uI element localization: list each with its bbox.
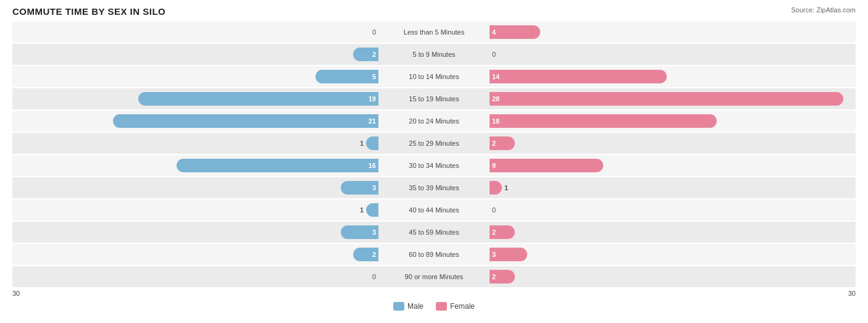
female-zero: 0 (492, 206, 496, 214)
female-value: 18 (492, 117, 499, 125)
female-bar: 9 (490, 159, 603, 172)
male-zero: 0 (372, 28, 376, 36)
left-section: 19 (12, 88, 378, 109)
right-section: 3 (490, 244, 856, 265)
bar-label-text: 45 to 59 Minutes (378, 229, 490, 236)
male-bar: 2 (353, 248, 378, 261)
male-bar: 2 (353, 48, 378, 61)
chart-area: 0Less than 5 Minutes425 to 9 Minutes0510… (12, 22, 856, 287)
left-section: 3 (12, 222, 378, 243)
left-section: 1 (12, 199, 378, 220)
left-section: 2 (12, 244, 378, 265)
bar-row: 260 to 89 Minutes3 (12, 244, 856, 265)
male-value-outside: 1 (360, 140, 364, 147)
left-section: 0 (12, 266, 378, 287)
female-bar: 18 (490, 114, 717, 128)
left-section: 16 (12, 155, 378, 176)
right-section: 18 (490, 111, 856, 132)
axis-right: 30 (848, 290, 856, 297)
bar-label-text: 40 to 44 Minutes (378, 206, 490, 214)
left-section: 1 (12, 133, 378, 154)
right-section: 2 (490, 266, 856, 287)
female-bar: 3 (490, 248, 527, 261)
right-section: 4 (490, 22, 856, 43)
bar-row: 2120 to 24 Minutes18 (12, 111, 856, 132)
bar-label-text: 5 to 9 Minutes (378, 51, 490, 58)
right-section: 0 (490, 44, 856, 65)
right-section: 28 (490, 88, 856, 109)
left-section: 5 (12, 66, 378, 87)
bar-label-text: Less than 5 Minutes (378, 28, 490, 36)
male-bar: 3 (341, 225, 378, 239)
left-section: 0 (12, 22, 378, 43)
female-value: 14 (492, 73, 499, 80)
female-value-outside: 1 (504, 184, 508, 191)
bar-row: 1630 to 34 Minutes9 (12, 155, 856, 176)
right-section: 2 (490, 222, 856, 243)
male-value: 21 (369, 117, 376, 125)
left-section: 21 (12, 111, 378, 132)
male-label: Male (407, 302, 424, 311)
male-bar: 16 (177, 159, 378, 172)
female-bar: 14 (490, 70, 667, 83)
female-label: Female (450, 302, 475, 311)
bar-label-text: 35 to 39 Minutes (378, 184, 490, 191)
female-value: 2 (492, 273, 496, 280)
male-value: 2 (372, 251, 376, 258)
female-swatch (436, 302, 447, 311)
bar-row: 510 to 14 Minutes14 (12, 66, 856, 87)
bar-row: 335 to 39 Minutes1 (12, 177, 856, 198)
female-value: 2 (492, 140, 496, 147)
axis-left: 30 (12, 290, 20, 297)
male-value: 5 (372, 73, 376, 80)
male-value-outside: 1 (360, 206, 364, 214)
female-bar: 4 (490, 25, 540, 39)
legend-male: Male (393, 302, 424, 311)
bar-row: 1915 to 19 Minutes28 (12, 88, 856, 109)
bar-label-text: 15 to 19 Minutes (378, 95, 490, 103)
source-text: Source: ZipAtlas.com (791, 6, 856, 14)
bar-row: 25 to 9 Minutes0 (12, 44, 856, 65)
female-value: 28 (492, 95, 499, 103)
male-bar: 21 (113, 114, 378, 128)
male-bar: 19 (138, 92, 378, 106)
right-section: 9 (490, 155, 856, 176)
bar-label-text: 90 or more Minutes (378, 273, 490, 280)
bar-label-text: 10 to 14 Minutes (378, 73, 490, 80)
bar-label-text: 20 to 24 Minutes (378, 117, 490, 125)
bar-row: 345 to 59 Minutes2 (12, 222, 856, 243)
female-value: 4 (492, 28, 496, 36)
legend-row: Male Female (12, 302, 856, 311)
legend-female: Female (436, 302, 475, 311)
female-value: 2 (492, 229, 496, 236)
male-value: 16 (369, 162, 376, 169)
axis-row: 30 30 (12, 290, 856, 297)
right-section: 2 (490, 133, 856, 154)
left-section: 2 (12, 44, 378, 65)
chart-title: COMMUTE TIME BY SEX IN SILO (12, 6, 165, 17)
male-value: 3 (372, 184, 376, 191)
female-value: 3 (492, 251, 496, 258)
male-bar (366, 136, 378, 150)
bar-row: 140 to 44 Minutes0 (12, 199, 856, 220)
male-value: 19 (369, 95, 376, 103)
right-section: 14 (490, 66, 856, 87)
male-bar: 5 (315, 70, 378, 83)
male-swatch (393, 302, 404, 311)
male-bar: 3 (341, 181, 378, 195)
female-bar: 28 (490, 92, 843, 106)
bar-row: 0Less than 5 Minutes4 (12, 22, 856, 43)
bar-label-text: 25 to 29 Minutes (378, 140, 490, 147)
male-value: 2 (372, 51, 376, 58)
right-section: 1 (490, 177, 856, 198)
right-section: 0 (490, 199, 856, 220)
female-bar: 2 (490, 270, 515, 283)
bar-row: 125 to 29 Minutes2 (12, 133, 856, 154)
female-zero: 0 (492, 51, 496, 58)
bar-label-text: 60 to 89 Minutes (378, 251, 490, 258)
male-bar (366, 203, 378, 217)
left-section: 3 (12, 177, 378, 198)
female-value: 9 (492, 162, 496, 169)
female-bar: 2 (490, 136, 515, 150)
male-zero: 0 (372, 273, 376, 280)
